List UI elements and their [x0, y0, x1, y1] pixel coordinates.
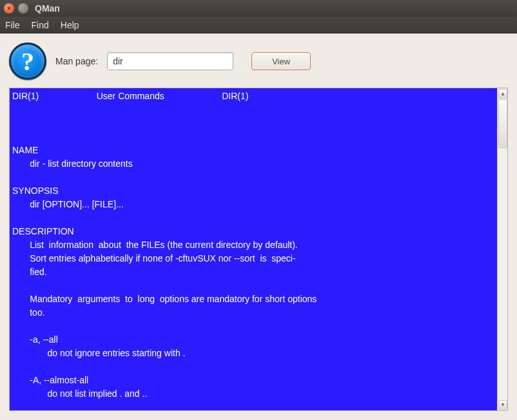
scroll-down-icon[interactable]: ▼ — [498, 400, 507, 410]
desc-line: fied. — [12, 267, 47, 277]
synopsis-line: dir [OPTION]... [FILE]... — [12, 199, 124, 209]
manpage-viewer: DIR(1) User Commands DIR(1) NAME dir - l… — [9, 88, 508, 411]
scroll-thumb[interactable] — [498, 99, 507, 148]
desc-line: Mandatory arguments to long options are … — [12, 294, 317, 304]
menu-file[interactable]: File — [5, 20, 20, 30]
scrollbar[interactable]: ▲ ▼ — [497, 88, 507, 410]
manpage-input[interactable] — [107, 52, 233, 70]
close-icon[interactable]: × — [4, 3, 14, 14]
scroll-up-icon[interactable]: ▲ — [498, 89, 507, 99]
desc-line: too. — [12, 307, 45, 318]
content-area: ? Man page: View DIR(1) User Commands DI… — [0, 33, 517, 420]
section-description: DESCRIPTION — [12, 226, 74, 236]
header-left: DIR(1) — [12, 91, 39, 101]
opt-flag: -A, --almost-all — [12, 375, 88, 385]
manpage-text[interactable]: DIR(1) User Commands DIR(1) NAME dir - l… — [10, 88, 497, 410]
opt-desc: do not list implied . and .. — [12, 388, 147, 399]
opt-desc: do not ignore entries starting with . — [12, 348, 185, 358]
name-line: dir - list directory contents — [12, 158, 133, 169]
section-synopsis: SYNOPSIS — [12, 186, 59, 196]
section-name: NAME — [12, 145, 38, 155]
desc-line: List information about the FILEs (the cu… — [12, 240, 298, 250]
minimize-icon[interactable] — [18, 3, 28, 14]
menubar: File Find Help — [0, 17, 517, 33]
opt-flag: -a, --all — [12, 334, 58, 345]
manpage-label: Man page: — [55, 56, 98, 66]
desc-line: Sort entries alphabetically if none of -… — [12, 253, 296, 263]
header-center: User Commands — [97, 91, 164, 101]
titlebar: × QMan — [0, 0, 517, 17]
header-right: DIR(1) — [222, 91, 248, 101]
menu-find[interactable]: Find — [32, 20, 49, 30]
window-title: QMan — [35, 3, 60, 14]
menu-help[interactable]: Help — [61, 20, 79, 30]
top-row: ? Man page: View — [9, 43, 508, 80]
question-icon: ? — [9, 43, 46, 80]
view-button[interactable]: View — [251, 52, 311, 70]
